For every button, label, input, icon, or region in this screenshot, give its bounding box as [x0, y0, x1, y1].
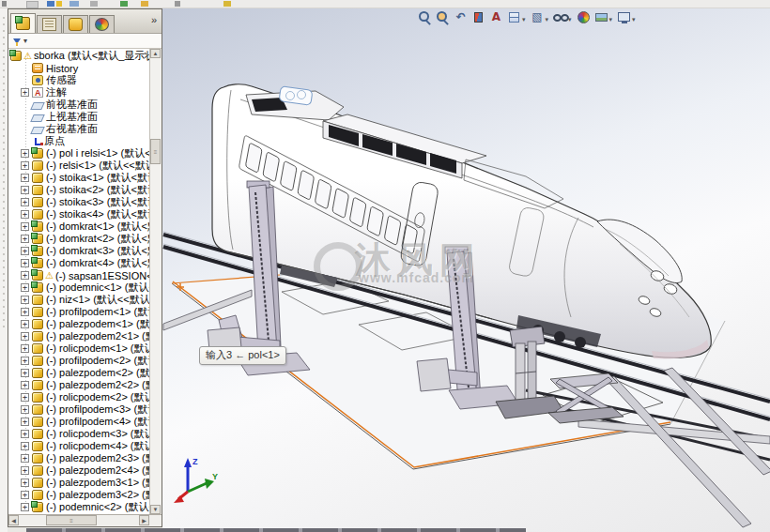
- expand-toggle[interactable]: +: [21, 320, 29, 328]
- expand-toggle[interactable]: +: [21, 198, 29, 206]
- view-settings-button[interactable]: ▾: [616, 8, 638, 25]
- tree-item[interactable]: +(-) palezpodem2<4> (默认: [8, 464, 149, 477]
- dropdown-arrow-icon[interactable]: ▾: [546, 16, 549, 23]
- expand-toggle[interactable]: +: [21, 174, 29, 182]
- expand-toggle[interactable]: +: [21, 259, 29, 267]
- tree-item[interactable]: +(-) domkrat<1> (默认<默认: [8, 220, 149, 233]
- tree-item[interactable]: 上视基准面: [8, 111, 149, 123]
- tree-item[interactable]: +(-) rolicpodem<4> (默认<<: [8, 440, 149, 452]
- tree-item[interactable]: ⚠sborka (默认<默认_显示状态: [8, 50, 149, 62]
- tree-item[interactable]: +(-) palezpodem<1> (默认<: [8, 318, 149, 330]
- dropdown-arrow-icon[interactable]: ▾: [632, 16, 636, 23]
- expand-toggle[interactable]: +: [21, 430, 29, 438]
- expand-toggle[interactable]: +: [21, 222, 29, 231]
- tree-item[interactable]: +(-) rolicpodem<2> (默认<<: [8, 391, 149, 403]
- previous-view-button[interactable]: ↶: [453, 8, 469, 25]
- expand-toggle[interactable]: +: [21, 442, 29, 450]
- tree-item[interactable]: +(-) profilpodem<1> (默认<: [8, 306, 149, 318]
- expand-toggle[interactable]: +: [21, 393, 29, 402]
- filter-dropdown-arrow-icon[interactable]: ▾: [23, 38, 27, 45]
- section-view-button[interactable]: [470, 8, 486, 25]
- expand-toggle[interactable]: +: [21, 491, 29, 499]
- expand-toggle[interactable]: +: [21, 357, 29, 365]
- propertymanager-tab[interactable]: [37, 15, 62, 33]
- tree-item[interactable]: 右视基准面: [8, 123, 149, 135]
- tab-overflow-button[interactable]: »: [151, 14, 157, 25]
- tree-item[interactable]: 前视基准面: [8, 99, 149, 111]
- display-style-button[interactable]: ▧▾: [530, 8, 551, 25]
- tree-item[interactable]: +(-) profilpodem<3> (默认<: [8, 403, 149, 416]
- tree-item[interactable]: +(-) rolicpodem<1> (默认<<: [8, 342, 149, 355]
- expand-toggle[interactable]: +: [21, 454, 29, 463]
- tree-item[interactable]: +(-) relsi<1> (默认<<默认>_显: [8, 160, 149, 172]
- tree-item[interactable]: +⚠(-) sapsan1ESSION<1> (: [8, 269, 149, 281]
- expand-toggle[interactable]: +: [21, 271, 29, 280]
- tree-item[interactable]: +(-) stoika<1> (默认<默认_显: [8, 172, 149, 184]
- expand-toggle[interactable]: +: [21, 308, 29, 316]
- zoom-to-area-button[interactable]: [435, 8, 451, 25]
- displaymanager-tab[interactable]: [89, 15, 115, 33]
- expand-toggle[interactable]: +: [21, 296, 29, 304]
- part-icon: [32, 307, 43, 317]
- tree-item[interactable]: +(-) palezpodem<2> (默认<: [8, 367, 149, 379]
- tree-item[interactable]: 原点: [8, 135, 149, 147]
- scroll-down-button[interactable]: ▼: [150, 505, 161, 514]
- tree-item[interactable]: +注解: [8, 86, 149, 99]
- tree-item[interactable]: +(-) stoika<2> (默认<默认_显: [8, 184, 149, 196]
- expand-toggle[interactable]: +: [21, 369, 29, 377]
- tree-item[interactable]: +(-) palezpodem2<1> (默认: [8, 330, 149, 342]
- horizontal-scroll-thumb[interactable]: ≡: [46, 515, 97, 525]
- tree-item[interactable]: +(-) domkrat<2> (默认<默认: [8, 233, 149, 245]
- tree-vertical-scrollbar[interactable]: ▲ ≡ ▼: [149, 49, 162, 514]
- tree-item[interactable]: +(-) palezpodem2<3> (默认: [8, 452, 149, 464]
- expand-toggle[interactable]: +: [21, 479, 29, 487]
- dropdown-arrow-icon[interactable]: ▾: [522, 16, 526, 23]
- filter-bar[interactable]: ▾: [8, 34, 162, 49]
- view-orientation-button[interactable]: ▾: [506, 8, 528, 25]
- tree-item[interactable]: +(-) palezpodem2<2> (默认: [8, 379, 149, 391]
- apply-scene-button[interactable]: ▾: [593, 8, 615, 25]
- expand-toggle[interactable]: +: [21, 381, 29, 389]
- zoom-to-fit-button[interactable]: [417, 8, 433, 25]
- tree-item[interactable]: 传感器: [8, 74, 149, 86]
- tree-item[interactable]: +(-) domkrat<3> (默认<默认: [8, 245, 149, 257]
- tree-item[interactable]: +(-) palezpodem3<1> (默认: [8, 477, 149, 489]
- tree-item[interactable]: +(-) pol i relsi<1> (默认<默认: [8, 147, 149, 160]
- expand-toggle[interactable]: +: [21, 503, 29, 511]
- edit-appearance-button[interactable]: [576, 8, 592, 25]
- dropdown-arrow-icon[interactable]: ▾: [609, 16, 613, 23]
- tree-item[interactable]: +(-) podemnic<1> (默认<默认: [8, 281, 149, 294]
- hide-show-items-button[interactable]: ▾: [552, 8, 574, 25]
- tree-item[interactable]: +(-) stoika<4> (默认<默认_显: [8, 208, 149, 220]
- expand-toggle[interactable]: +: [21, 88, 29, 97]
- expand-toggle[interactable]: +: [21, 418, 29, 426]
- tree-horizontal-scrollbar[interactable]: ◀ ≡ ▶: [8, 514, 162, 526]
- scroll-left-button[interactable]: ◀: [8, 515, 19, 525]
- expand-toggle[interactable]: +: [21, 466, 29, 475]
- tree-item[interactable]: +(-) domkrat<4> (默认<默认: [8, 257, 149, 269]
- tree-item[interactable]: History: [8, 62, 149, 74]
- expand-toggle[interactable]: +: [21, 149, 29, 158]
- expand-toggle[interactable]: +: [21, 247, 29, 255]
- expand-toggle[interactable]: +: [21, 405, 29, 414]
- expand-toggle[interactable]: +: [21, 235, 29, 243]
- tree-item[interactable]: +(-) stoika<3> (默认<默认_显: [8, 196, 149, 208]
- scroll-right-button[interactable]: ▶: [139, 515, 149, 525]
- annotation-views-button[interactable]: A: [488, 8, 504, 25]
- tree-item[interactable]: +(-) niz<1> (默认<<默认>_显: [8, 294, 149, 306]
- expand-toggle[interactable]: +: [21, 210, 29, 219]
- expand-toggle[interactable]: +: [21, 283, 29, 292]
- tree-item[interactable]: +(-) rolicpodem<3> (默认<<: [8, 428, 149, 440]
- expand-toggle[interactable]: +: [21, 332, 29, 341]
- expand-toggle[interactable]: +: [21, 161, 29, 170]
- expand-toggle[interactable]: +: [21, 344, 29, 353]
- tree-item[interactable]: +(-) profilpodem<4> (默认<: [8, 416, 149, 428]
- expand-toggle[interactable]: +: [21, 186, 29, 194]
- featuremanager-tab[interactable]: [10, 13, 36, 33]
- vertical-scroll-thumb[interactable]: ≡: [150, 139, 161, 164]
- tree-item[interactable]: +(-) podemnic<2> (默认<默认: [8, 501, 149, 513]
- scroll-up-button[interactable]: ▲: [150, 49, 161, 58]
- configurationmanager-tab[interactable]: [63, 15, 88, 33]
- tree-item[interactable]: +(-) profilpodem<2> (默认<: [8, 355, 149, 367]
- tree-item[interactable]: +(-) palezpodem3<2> (默认: [8, 489, 149, 501]
